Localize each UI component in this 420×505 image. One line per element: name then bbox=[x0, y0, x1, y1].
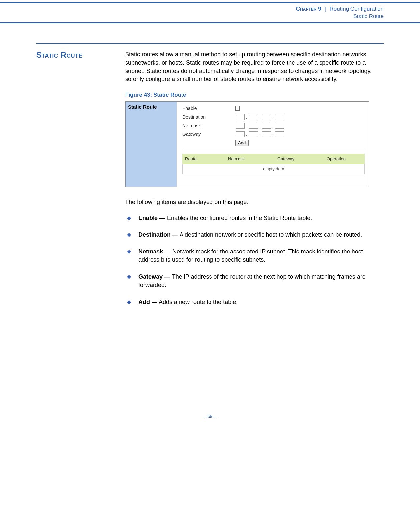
enable-label: Enable bbox=[182, 105, 235, 112]
header-title: Routing Configuration bbox=[330, 6, 384, 12]
item-term: Enable bbox=[138, 215, 158, 221]
list-item: Netmask — Network mask for the associate… bbox=[125, 248, 376, 264]
figure-static-route: Static Route Enable Destination . . . Ne… bbox=[125, 101, 369, 187]
col-netmask: Netmask bbox=[225, 154, 275, 163]
col-gateway: Gateway bbox=[275, 154, 324, 163]
item-desc: — Network mask for the associated IP sub… bbox=[138, 248, 363, 263]
item-term: Gateway bbox=[138, 273, 163, 280]
intro-paragraph: Static routes allow a manual method to s… bbox=[125, 50, 376, 84]
page-header: Chapter 9 | Routing Configuration Static… bbox=[0, 4, 420, 22]
gateway-octet-3[interactable] bbox=[262, 131, 271, 137]
top-rule bbox=[0, 2, 420, 3]
route-table-empty: empty data bbox=[182, 164, 365, 174]
destination-octet-4[interactable] bbox=[275, 114, 284, 120]
list-intro: The following items are displayed on thi… bbox=[125, 198, 376, 206]
destination-octet-3[interactable] bbox=[262, 114, 271, 120]
gateway-octet-4[interactable] bbox=[275, 131, 284, 137]
gateway-octet-2[interactable] bbox=[249, 131, 258, 137]
list-item: Gateway — The IP address of the router a… bbox=[125, 273, 376, 289]
destination-octet-2[interactable] bbox=[249, 114, 258, 120]
section-rule bbox=[36, 43, 384, 44]
chapter-label: Chapter 9 bbox=[296, 6, 321, 12]
page-number: – 59 – bbox=[36, 315, 384, 429]
destination-label: Destination bbox=[182, 114, 235, 121]
section-title: Static Route bbox=[36, 50, 83, 60]
add-button[interactable]: Add bbox=[235, 140, 249, 146]
netmask-octet-1[interactable] bbox=[236, 123, 245, 129]
item-term: Destination bbox=[138, 231, 171, 238]
gateway-octet-1[interactable] bbox=[236, 131, 245, 137]
netmask-label: Netmask bbox=[182, 123, 235, 129]
enable-checkbox[interactable] bbox=[235, 106, 240, 111]
item-term: Netmask bbox=[138, 248, 163, 255]
item-desc: — The IP address of the router at the ne… bbox=[138, 273, 366, 288]
header-subtitle: Static Route bbox=[353, 13, 384, 19]
table-top-rule bbox=[182, 150, 365, 150]
figure-form-area: Enable Destination . . . Netmask . . . bbox=[177, 102, 369, 187]
figure-side-title: Static Route bbox=[126, 102, 177, 187]
field-description-list: Enable — Enables the configured routes i… bbox=[125, 214, 376, 306]
col-route: Route bbox=[182, 154, 225, 163]
item-term: Add bbox=[138, 299, 150, 305]
list-item: Enable — Enables the configured routes i… bbox=[125, 214, 376, 222]
header-separator: | bbox=[322, 6, 328, 12]
route-table-header: Route Netmask Gateway Operation bbox=[182, 154, 365, 164]
item-desc: — Adds a new route to the table. bbox=[150, 299, 238, 305]
destination-octet-1[interactable] bbox=[236, 114, 245, 120]
col-operation: Operation bbox=[324, 154, 365, 163]
netmask-octet-4[interactable] bbox=[275, 123, 284, 129]
netmask-octet-3[interactable] bbox=[262, 123, 271, 129]
item-desc: — Enables the configured routes in the S… bbox=[158, 215, 312, 221]
gateway-label: Gateway bbox=[182, 131, 235, 138]
list-item: Destination — A destination network or s… bbox=[125, 231, 376, 239]
figure-caption: Figure 43: Static Route bbox=[125, 91, 376, 99]
item-desc: — A destination network or specific host… bbox=[171, 231, 362, 238]
list-item: Add — Adds a new route to the table. bbox=[125, 298, 376, 306]
netmask-octet-2[interactable] bbox=[249, 123, 258, 129]
